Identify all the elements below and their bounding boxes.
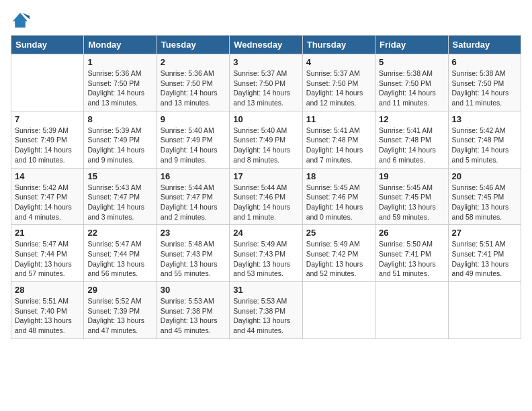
day-number: 4 [306,57,371,67]
day-number: 21 [15,228,80,238]
calendar-cell: 19Sunrise: 5:45 AM Sunset: 7:45 PM Dayli… [375,168,448,225]
calendar-cell [375,282,448,339]
calendar-cell: 21Sunrise: 5:47 AM Sunset: 7:44 PM Dayli… [11,225,84,282]
day-number: 11 [306,114,371,124]
day-info: Sunrise: 5:49 AM Sunset: 7:42 PM Dayligh… [306,239,371,279]
calendar-cell: 23Sunrise: 5:48 AM Sunset: 7:43 PM Dayli… [157,225,229,282]
calendar-cell: 24Sunrise: 5:49 AM Sunset: 7:43 PM Dayli… [230,225,302,282]
calendar-cell: 22Sunrise: 5:47 AM Sunset: 7:44 PM Dayli… [84,225,157,282]
calendar-table: SundayMondayTuesdayWednesdayThursdayFrid… [11,35,521,339]
column-header-wednesday: Wednesday [230,36,302,54]
column-header-saturday: Saturday [448,36,521,54]
calendar-cell: 30Sunrise: 5:53 AM Sunset: 7:38 PM Dayli… [157,282,229,339]
calendar-cell: 18Sunrise: 5:45 AM Sunset: 7:46 PM Dayli… [302,168,375,225]
calendar-cell: 29Sunrise: 5:52 AM Sunset: 7:39 PM Dayli… [84,282,157,339]
calendar-cell [11,54,84,111]
day-info: Sunrise: 5:37 AM Sunset: 7:50 PM Dayligh… [306,68,371,108]
column-header-friday: Friday [375,36,448,54]
day-number: 19 [379,171,444,181]
day-number: 22 [87,228,152,238]
day-number: 8 [87,114,152,124]
day-number: 15 [87,171,152,181]
day-info: Sunrise: 5:41 AM Sunset: 7:48 PM Dayligh… [379,126,444,165]
day-info: Sunrise: 5:38 AM Sunset: 7:50 PM Dayligh… [379,68,444,108]
day-info: Sunrise: 5:39 AM Sunset: 7:49 PM Dayligh… [87,126,152,165]
day-number: 3 [233,57,298,67]
calendar-cell: 7Sunrise: 5:39 AM Sunset: 7:49 PM Daylig… [11,111,84,168]
day-number: 13 [452,114,517,124]
day-number: 26 [379,228,444,238]
calendar-week-2: 7Sunrise: 5:39 AM Sunset: 7:49 PM Daylig… [11,111,521,168]
day-number: 10 [233,114,298,124]
calendar-cell [302,282,375,339]
calendar-cell: 9Sunrise: 5:40 AM Sunset: 7:49 PM Daylig… [157,111,229,168]
day-info: Sunrise: 5:50 AM Sunset: 7:41 PM Dayligh… [379,239,444,279]
calendar-cell: 27Sunrise: 5:51 AM Sunset: 7:41 PM Dayli… [448,225,521,282]
day-number: 29 [87,285,152,295]
calendar-cell: 4Sunrise: 5:37 AM Sunset: 7:50 PM Daylig… [302,54,375,111]
day-number: 27 [452,228,517,238]
day-number: 2 [161,57,226,67]
calendar-cell: 5Sunrise: 5:38 AM Sunset: 7:50 PM Daylig… [375,54,448,111]
column-header-tuesday: Tuesday [157,36,229,54]
calendar-cell: 25Sunrise: 5:49 AM Sunset: 7:42 PM Dayli… [302,225,375,282]
day-info: Sunrise: 5:45 AM Sunset: 7:46 PM Dayligh… [306,183,371,222]
calendar-cell: 31Sunrise: 5:53 AM Sunset: 7:38 PM Dayli… [230,282,302,339]
calendar-cell: 28Sunrise: 5:51 AM Sunset: 7:40 PM Dayli… [11,282,84,339]
calendar-cell: 6Sunrise: 5:38 AM Sunset: 7:50 PM Daylig… [448,54,521,111]
day-info: Sunrise: 5:40 AM Sunset: 7:49 PM Dayligh… [233,126,298,165]
day-number: 25 [306,228,371,238]
day-number: 31 [233,285,298,295]
day-info: Sunrise: 5:46 AM Sunset: 7:45 PM Dayligh… [452,183,517,222]
day-info: Sunrise: 5:42 AM Sunset: 7:47 PM Dayligh… [15,183,80,222]
day-number: 18 [306,171,371,181]
day-info: Sunrise: 5:38 AM Sunset: 7:50 PM Dayligh… [452,68,517,108]
day-number: 14 [15,171,80,181]
day-info: Sunrise: 5:36 AM Sunset: 7:50 PM Dayligh… [87,68,152,108]
calendar-cell: 11Sunrise: 5:41 AM Sunset: 7:48 PM Dayli… [302,111,375,168]
day-info: Sunrise: 5:44 AM Sunset: 7:47 PM Dayligh… [161,183,226,222]
calendar-cell: 10Sunrise: 5:40 AM Sunset: 7:49 PM Dayli… [230,111,302,168]
day-number: 23 [161,228,226,238]
day-number: 6 [452,57,517,67]
calendar-cell: 13Sunrise: 5:42 AM Sunset: 7:48 PM Dayli… [448,111,521,168]
day-info: Sunrise: 5:44 AM Sunset: 7:46 PM Dayligh… [233,183,298,222]
day-info: Sunrise: 5:37 AM Sunset: 7:50 PM Dayligh… [233,68,298,108]
day-number: 30 [161,285,226,295]
calendar-cell: 17Sunrise: 5:44 AM Sunset: 7:46 PM Dayli… [230,168,302,225]
calendar-cell: 2Sunrise: 5:36 AM Sunset: 7:50 PM Daylig… [157,54,229,111]
day-info: Sunrise: 5:41 AM Sunset: 7:48 PM Dayligh… [306,126,371,165]
calendar-header-row: SundayMondayTuesdayWednesdayThursdayFrid… [11,36,521,54]
logo [11,11,32,30]
calendar-cell [448,282,521,339]
calendar-week-3: 14Sunrise: 5:42 AM Sunset: 7:47 PM Dayli… [11,168,521,225]
day-info: Sunrise: 5:39 AM Sunset: 7:49 PM Dayligh… [15,126,80,165]
day-number: 16 [161,171,226,181]
day-number: 17 [233,171,298,181]
day-number: 9 [161,114,226,124]
day-number: 28 [15,285,80,295]
calendar-cell: 14Sunrise: 5:42 AM Sunset: 7:47 PM Dayli… [11,168,84,225]
day-number: 20 [452,171,517,181]
calendar-week-1: 1Sunrise: 5:36 AM Sunset: 7:50 PM Daylig… [11,54,521,111]
calendar-cell: 20Sunrise: 5:46 AM Sunset: 7:45 PM Dayli… [448,168,521,225]
day-number: 1 [87,57,152,67]
day-info: Sunrise: 5:53 AM Sunset: 7:38 PM Dayligh… [233,296,298,336]
day-info: Sunrise: 5:40 AM Sunset: 7:49 PM Dayligh… [161,126,226,165]
day-info: Sunrise: 5:53 AM Sunset: 7:38 PM Dayligh… [161,296,226,336]
day-number: 7 [15,114,80,124]
calendar-week-4: 21Sunrise: 5:47 AM Sunset: 7:44 PM Dayli… [11,225,521,282]
day-info: Sunrise: 5:51 AM Sunset: 7:41 PM Dayligh… [452,239,517,279]
day-info: Sunrise: 5:47 AM Sunset: 7:44 PM Dayligh… [15,239,80,279]
column-header-monday: Monday [84,36,157,54]
calendar-cell: 8Sunrise: 5:39 AM Sunset: 7:49 PM Daylig… [84,111,157,168]
day-info: Sunrise: 5:51 AM Sunset: 7:40 PM Dayligh… [15,296,80,336]
page-header [11,11,521,30]
calendar-cell: 26Sunrise: 5:50 AM Sunset: 7:41 PM Dayli… [375,225,448,282]
day-info: Sunrise: 5:45 AM Sunset: 7:45 PM Dayligh… [379,183,444,222]
day-number: 24 [233,228,298,238]
day-info: Sunrise: 5:48 AM Sunset: 7:43 PM Dayligh… [161,239,226,279]
day-info: Sunrise: 5:52 AM Sunset: 7:39 PM Dayligh… [87,296,152,336]
calendar-cell: 1Sunrise: 5:36 AM Sunset: 7:50 PM Daylig… [84,54,157,111]
column-header-thursday: Thursday [302,36,375,54]
